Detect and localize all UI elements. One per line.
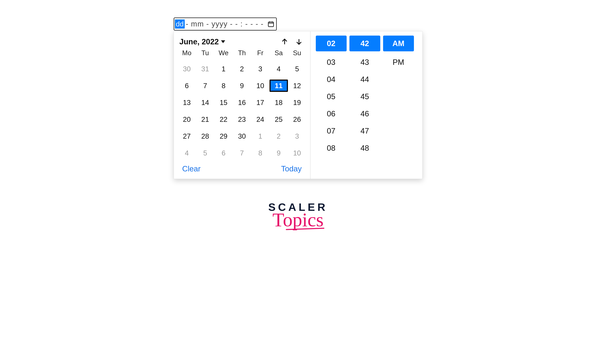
calendar-day[interactable]: 23	[233, 113, 251, 126]
datetime-picker-panel: June, 2022 MoTuWeThFrSaSu303112345678910…	[174, 31, 423, 179]
minute-option[interactable]: 48	[350, 142, 380, 154]
calendar-day[interactable]: 4	[178, 147, 196, 159]
calendar-day[interactable]: 10	[288, 147, 306, 159]
calendar-day[interactable]: 30	[178, 63, 196, 75]
month-label: June, 2022	[179, 37, 219, 46]
calendar-day[interactable]: 12	[288, 80, 306, 92]
calendar-day[interactable]: 8	[214, 80, 233, 92]
calendar-day[interactable]: 9	[269, 147, 288, 159]
calendar-day[interactable]: 26	[288, 113, 306, 126]
calendar-day[interactable]: 7	[233, 147, 251, 159]
calendar-day[interactable]: 30	[233, 130, 251, 142]
calendar-day[interactable]: 10	[251, 80, 269, 92]
calendar-day[interactable]: 4	[269, 63, 288, 75]
minute-option[interactable]: 45	[350, 90, 380, 103]
hour-selected[interactable]: 02	[316, 36, 347, 51]
minute-option[interactable]: 47	[350, 125, 380, 137]
calendar-day[interactable]: 3	[288, 130, 306, 142]
hour-option[interactable]: 03	[316, 56, 347, 68]
calendar-day[interactable]: 18	[269, 97, 288, 109]
input-rest-placeholder: - mm - yyyy - - : - - - -	[186, 20, 264, 28]
dow-header: Tu	[196, 49, 214, 58]
calendar-day[interactable]: 3	[251, 63, 269, 75]
calendar-day[interactable]: 20	[178, 113, 196, 126]
hour-option[interactable]: 08	[316, 142, 347, 154]
calendar-day[interactable]: 11	[269, 80, 288, 92]
time-pane: 02030405060708 42434445464748 AMPM	[311, 31, 419, 179]
calendar-day[interactable]: 17	[251, 97, 269, 109]
minute-selected[interactable]: 42	[350, 36, 380, 51]
calendar-day[interactable]: 27	[178, 130, 196, 142]
calendar-day[interactable]: 6	[214, 147, 233, 159]
calendar-day[interactable]: 2	[233, 63, 251, 75]
dow-header: Th	[233, 49, 251, 58]
calendar-day[interactable]: 22	[214, 113, 233, 126]
clear-button[interactable]: Clear	[182, 164, 201, 173]
hour-option[interactable]: 07	[316, 125, 347, 137]
calendar-day[interactable]: 13	[178, 97, 196, 109]
calendar-day[interactable]: 9	[233, 80, 251, 92]
calendar-day[interactable]: 16	[233, 97, 251, 109]
dow-header: We	[214, 49, 233, 58]
prev-month-button[interactable]	[281, 38, 289, 45]
calendar-day[interactable]: 5	[196, 147, 214, 159]
calendar-pane: June, 2022 MoTuWeThFrSaSu303112345678910…	[174, 31, 311, 179]
datetime-input[interactable]: dd - mm - yyyy - - : - - - -	[174, 17, 277, 30]
hour-option[interactable]: 04	[316, 73, 347, 86]
svg-rect-0	[268, 22, 274, 27]
calendar-day[interactable]: 15	[214, 97, 233, 109]
calendar-day[interactable]: 1	[214, 63, 233, 75]
calendar-day[interactable]: 31	[196, 63, 214, 75]
today-button[interactable]: Today	[281, 164, 302, 173]
calendar-icon[interactable]	[268, 21, 275, 28]
dow-header: Su	[288, 49, 306, 58]
dow-header: Sa	[269, 49, 288, 58]
chevron-down-icon	[221, 40, 225, 43]
ampm-selected[interactable]: AM	[383, 36, 414, 51]
calendar-day[interactable]: 24	[251, 113, 269, 126]
brand-logo: SCALER Topics	[268, 202, 328, 230]
calendar-day[interactable]: 2	[269, 130, 288, 142]
calendar-day[interactable]: 25	[269, 113, 288, 126]
hour-option[interactable]: 06	[316, 107, 347, 120]
minute-option[interactable]: 43	[350, 56, 380, 68]
minute-option[interactable]: 46	[350, 107, 380, 120]
calendar-day[interactable]: 6	[178, 80, 196, 92]
calendar-day[interactable]: 28	[196, 130, 214, 142]
calendar-day[interactable]: 29	[214, 130, 233, 142]
brand-bottom-text: Topics	[273, 210, 324, 230]
calendar-day[interactable]: 14	[196, 97, 214, 109]
calendar-day[interactable]: 1	[251, 130, 269, 142]
next-month-button[interactable]	[295, 38, 303, 45]
dow-header: Fr	[251, 49, 269, 58]
ampm-option[interactable]: PM	[383, 56, 414, 68]
dow-header: Mo	[178, 49, 196, 58]
calendar-day[interactable]: 19	[288, 97, 306, 109]
calendar-day[interactable]: 21	[196, 113, 214, 126]
hour-option[interactable]: 05	[316, 90, 347, 103]
input-dd-segment[interactable]: dd	[175, 19, 185, 29]
calendar-day[interactable]: 8	[251, 147, 269, 159]
month-selector[interactable]: June, 2022	[179, 37, 225, 46]
calendar-day[interactable]: 7	[196, 80, 214, 92]
calendar-day[interactable]: 5	[288, 63, 306, 75]
minute-option[interactable]: 44	[350, 73, 380, 86]
